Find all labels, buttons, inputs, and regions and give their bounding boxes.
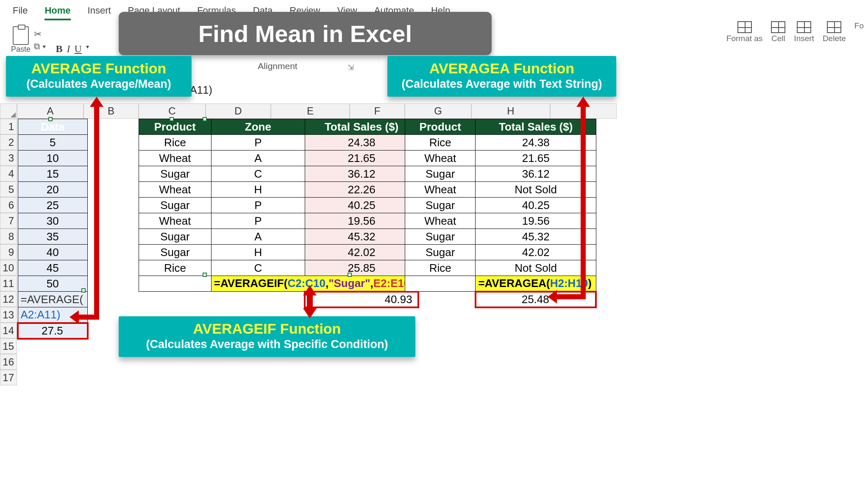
cell-G3[interactable]: Wheat <box>405 151 476 166</box>
cell-A6[interactable]: 25 <box>18 198 88 213</box>
cell-D7[interactable]: P <box>211 213 305 229</box>
cell-E7[interactable]: 19.56 <box>305 213 418 229</box>
cell-D2[interactable]: P <box>211 135 305 151</box>
cell-H4[interactable]: 36.12 <box>476 166 596 182</box>
row-8[interactable]: 8 <box>0 229 17 244</box>
cell-D3[interactable]: A <box>211 151 305 166</box>
cell-D10[interactable]: C <box>211 260 305 276</box>
row-2[interactable]: 2 <box>0 134 17 150</box>
cell-E2[interactable]: 24.38 <box>305 135 418 151</box>
cell-H5[interactable]: Not Sold <box>476 182 596 198</box>
delete-button[interactable]: Delete <box>823 21 846 43</box>
cell-E5[interactable]: 22.26 <box>305 182 418 198</box>
cell-E9[interactable]: 42.02 <box>305 245 418 260</box>
menu-insert[interactable]: Insert <box>88 5 111 20</box>
cell-C6[interactable]: Sugar <box>139 198 211 213</box>
col-A[interactable]: A <box>17 103 83 119</box>
cell-E6[interactable]: 40.25 <box>305 198 418 213</box>
row-10[interactable]: 10 <box>0 260 17 276</box>
cell-A8[interactable]: 35 <box>18 229 88 245</box>
cell-G9[interactable]: Sugar <box>405 245 476 260</box>
cell-H8[interactable]: 45.32 <box>476 229 596 245</box>
cut-icon[interactable]: ✂ <box>34 29 46 40</box>
cell-G2[interactable]: Rice <box>405 135 476 151</box>
row-15[interactable]: 15 <box>0 338 17 354</box>
select-all-corner[interactable] <box>0 103 17 119</box>
col-E[interactable]: E <box>271 103 350 119</box>
cell-C3[interactable]: Wheat <box>139 151 211 166</box>
cell-G8[interactable]: Sugar <box>405 229 476 245</box>
cell-C10[interactable]: Rice <box>139 260 211 276</box>
cell-C4[interactable]: Sugar <box>139 166 211 182</box>
table-data-A[interactable]: Data 5 10 15 20 25 30 35 40 45 50 =AVERA… <box>17 119 89 340</box>
menu-file[interactable]: File <box>13 5 28 20</box>
row-7[interactable]: 7 <box>0 213 17 229</box>
cell-C2[interactable]: Rice <box>139 135 211 151</box>
cell-H3[interactable]: 21.65 <box>476 151 596 166</box>
cell-A11[interactable]: 50 <box>18 276 88 292</box>
table-GH[interactable]: Product Total Sales ($) Rice24.38 Wheat2… <box>405 119 597 308</box>
row-14[interactable]: 14 <box>0 323 17 338</box>
row-6[interactable]: 6 <box>0 197 17 213</box>
cell-E8[interactable]: 45.32 <box>305 229 418 245</box>
bold-button[interactable]: B <box>56 43 63 55</box>
row-3[interactable]: 3 <box>0 150 17 166</box>
cell-E3[interactable]: 21.65 <box>305 151 418 166</box>
cell-D8[interactable]: A <box>211 229 305 245</box>
cell-D5[interactable]: H <box>211 182 305 198</box>
cell-E10[interactable]: 25.85 <box>305 260 418 276</box>
cell-H9[interactable]: 42.02 <box>476 245 596 260</box>
col-D[interactable]: D <box>206 103 271 119</box>
insert-button[interactable]: Insert <box>794 21 814 43</box>
cell-C5[interactable]: Wheat <box>139 182 211 198</box>
cell-G7[interactable]: Wheat <box>405 213 476 229</box>
cell-D9[interactable]: H <box>211 245 305 260</box>
cell-G5[interactable]: Wheat <box>405 182 476 198</box>
row-16[interactable]: 16 <box>0 354 17 370</box>
cell-styles-button[interactable]: Cell <box>771 21 785 43</box>
cell-H7[interactable]: 19.56 <box>476 213 596 229</box>
cell-A4[interactable]: 15 <box>18 166 88 182</box>
underline-button[interactable]: U <box>75 43 82 55</box>
col-F[interactable]: F <box>350 103 405 119</box>
paste-icon[interactable] <box>13 26 29 45</box>
cell-H6[interactable]: 40.25 <box>476 198 596 213</box>
row-1[interactable]: 1 <box>0 119 17 134</box>
menu-home[interactable]: Home <box>45 5 70 20</box>
col-G[interactable]: G <box>405 103 471 119</box>
averagea-formula[interactable]: =AVERAGEA(H2:H10) <box>476 276 596 292</box>
cell-H10[interactable]: Not Sold <box>476 260 596 276</box>
cell-A7[interactable]: 30 <box>18 213 88 229</box>
cell-C9[interactable]: Sugar <box>139 245 211 260</box>
cell-A10[interactable]: 45 <box>18 260 88 276</box>
row-11[interactable]: 11 <box>0 276 17 291</box>
col-C[interactable]: C <box>139 103 206 119</box>
averageif-result[interactable]: 40.93 <box>305 292 418 307</box>
table-CDE[interactable]: Product Zone Total Sales ($) RiceP24.38 … <box>139 119 419 308</box>
row-12[interactable]: 12 <box>0 291 17 307</box>
row-5[interactable]: 5 <box>0 181 17 197</box>
cell-A9[interactable]: 40 <box>18 245 88 260</box>
row-17[interactable]: 17 <box>0 370 17 385</box>
col-H[interactable]: H <box>471 103 550 119</box>
formula-bar-fragment[interactable]: A11) <box>190 84 212 96</box>
cell-D4[interactable]: C <box>211 166 305 182</box>
cell-E4[interactable]: 36.12 <box>305 166 418 182</box>
underline-dropdown-icon[interactable]: ▾ <box>86 43 89 55</box>
cell-G10[interactable]: Rice <box>405 260 476 276</box>
cell-H2[interactable]: 24.38 <box>476 135 596 151</box>
row-4[interactable]: 4 <box>0 166 17 181</box>
italic-button[interactable]: I <box>67 43 70 55</box>
cell-A3[interactable]: 10 <box>18 151 88 166</box>
cell-A12-formula[interactable]: =AVERAGE( <box>18 292 88 307</box>
cell-A2[interactable]: 5 <box>18 135 88 151</box>
cell-G4[interactable]: Sugar <box>405 166 476 182</box>
row-9[interactable]: 9 <box>0 244 17 260</box>
copy-icon[interactable]: ⧉ ▾ <box>34 42 46 51</box>
alignment-dialog-launcher-icon[interactable]: ⇲ <box>348 63 354 72</box>
cell-C7[interactable]: Wheat <box>139 213 211 229</box>
format-button-fragment[interactable]: Fo <box>854 21 864 43</box>
cell-C8[interactable]: Sugar <box>139 229 211 245</box>
cell-A14-result[interactable]: 27.5 <box>18 323 88 339</box>
cell-A5[interactable]: 20 <box>18 182 88 198</box>
